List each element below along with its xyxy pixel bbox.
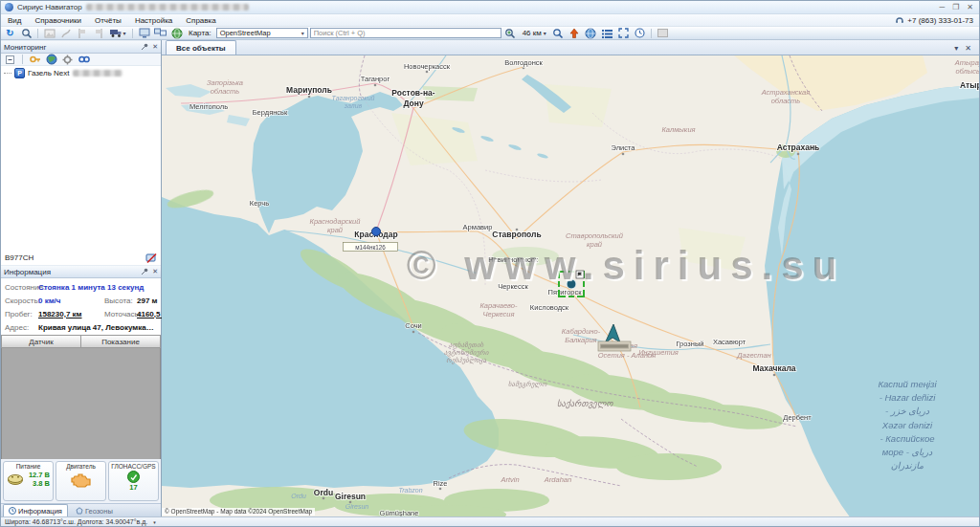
follow-vehicle-button[interactable] — [78, 54, 90, 65]
redacted-company-name — [86, 4, 249, 11]
home-position-button[interactable] — [568, 27, 582, 39]
map-label: Балкария — [565, 336, 596, 344]
search-go-button[interactable] — [503, 27, 518, 39]
map-label: область — [771, 97, 801, 105]
sensor-column-header[interactable]: Датчик — [1, 335, 81, 348]
chevron-down-icon: ▾ — [153, 519, 156, 525]
magnifier-icon — [21, 28, 33, 39]
map-label: აფხაზეთის — [449, 341, 484, 349]
map-label: - درياى خزر — [885, 406, 930, 417]
connection-status-icon[interactable] — [145, 253, 157, 264]
map-label: Artvin — [500, 475, 519, 484]
selected-vehicle-plate: В977СН — [5, 253, 33, 262]
map-label: Xəzər dənizi — [881, 420, 933, 430]
map-provider-select[interactable]: OpenStreetMap▾ — [216, 28, 308, 38]
monitor-icon — [139, 28, 150, 38]
address-value: Кривая улица 47, Левокумка, Ста... — [38, 323, 155, 332]
maximize-button[interactable]: ❐ — [952, 3, 959, 12]
web-access-button[interactable] — [169, 27, 184, 39]
route-icon — [60, 28, 72, 39]
search-input[interactable] — [310, 28, 501, 38]
map-label: область — [211, 87, 240, 96]
legend-button[interactable] — [600, 27, 614, 39]
vehicle-menu-button[interactable]: ▾ — [107, 27, 128, 39]
sensor-table-header: Датчик Показание — [1, 335, 161, 348]
map-label: Кисловодск — [530, 303, 569, 312]
map-label: Хасавюрт — [713, 338, 746, 346]
clock-icon — [635, 28, 645, 38]
edit-map-button-disabled[interactable] — [42, 27, 56, 39]
refresh-button[interactable]: ↻ — [3, 27, 17, 39]
tab-all-objects[interactable]: Все объекты — [166, 40, 236, 55]
map-label: залив — [344, 102, 363, 109]
map-label: край — [587, 240, 603, 249]
flag-start-button-disabled[interactable] — [75, 27, 89, 39]
menu-directories[interactable]: Справочники — [28, 14, 87, 26]
minimize-button[interactable]: ─ — [939, 3, 945, 12]
history-time-button[interactable] — [633, 27, 647, 39]
menu-settings[interactable]: Настройка — [128, 14, 179, 26]
redacted-plate — [73, 70, 122, 77]
vehicle-name: Газель Next — [28, 69, 70, 77]
map-scale-select[interactable]: 46 км▾ — [520, 29, 549, 37]
flag-icon — [93, 28, 104, 39]
track-tool-button-disabled[interactable] — [58, 27, 73, 39]
window-title: Сириус Навигатор — [17, 3, 82, 11]
map-label: Ordu — [291, 493, 306, 499]
voltage-backup: 3.8 В — [29, 479, 50, 488]
map-canvas[interactable]: ЗапорізькаобластьМелітопольМариупольБерд… — [162, 55, 979, 516]
monitors-icon — [154, 28, 167, 38]
map-select-label: Карта: — [186, 29, 214, 37]
mileage-value[interactable]: 158230,7 км — [38, 310, 104, 318]
show-all-map-button[interactable] — [584, 27, 598, 39]
map-label: რესპუბლიკა — [446, 357, 486, 364]
mileage-label: Пробег: — [1, 310, 38, 318]
globe-icon — [585, 28, 596, 39]
pin-icon[interactable] — [141, 43, 148, 52]
map-label: облысы — [955, 67, 979, 76]
info-panel-title: Информация — [4, 268, 51, 276]
zoom-tool-button[interactable] — [551, 27, 566, 39]
gps-globe-icon — [127, 471, 140, 483]
engine-title: Двигатель — [66, 463, 96, 470]
map-label: Новочеркасск — [404, 62, 451, 71]
globe-track-button[interactable] — [45, 54, 57, 65]
map-label: مازندران — [891, 460, 924, 472]
extra-tool-button-disabled[interactable] — [656, 27, 670, 39]
vehicle-tree-item[interactable]: P Газель Next — [1, 66, 161, 78]
tab-list-chevron-icon[interactable]: ▾ — [954, 44, 958, 53]
menu-help[interactable]: Справка — [179, 14, 222, 26]
gps-satellites-count: 17 — [129, 483, 137, 492]
tab-information[interactable]: Информация — [3, 504, 68, 516]
reading-column-header[interactable]: Показание — [81, 335, 161, 348]
tab-geozones[interactable]: Геозоны — [70, 504, 119, 516]
power-title: Питание — [16, 463, 41, 470]
collapse-all-button[interactable] — [4, 54, 16, 65]
settings-gear-button[interactable] — [61, 54, 74, 65]
tab-close-icon[interactable]: ✕ — [965, 44, 971, 53]
close-icon[interactable]: ✕ — [152, 268, 158, 275]
globe-green-icon — [171, 28, 183, 39]
close-icon[interactable]: ✕ — [152, 43, 158, 51]
zoom-to-objects-button[interactable] — [19, 27, 33, 39]
monitoring-panel-header: Мониторинг ✕ — [1, 40, 161, 54]
title-bar: Сириус Навигатор ─ ❐ ✕ — [1, 1, 979, 14]
flag-end-button-disabled[interactable] — [91, 27, 105, 39]
menu-view[interactable]: Вид — [1, 14, 28, 26]
menu-reports[interactable]: Отчёты — [88, 14, 128, 26]
map-label: ავტონომიური — [444, 349, 490, 357]
map-label: Пятигорск — [547, 288, 582, 296]
map-label: - Каспийское — [880, 433, 934, 444]
two-monitors-button[interactable] — [153, 27, 167, 39]
close-button[interactable]: ✕ — [967, 3, 973, 12]
map-label: - Hazar deñizi — [880, 392, 936, 403]
map-label: Атырау — [954, 58, 979, 67]
fit-objects-button[interactable] — [616, 27, 631, 39]
map-area: Все объекты ▾ ✕ — [162, 40, 979, 516]
map-label: Атырау — [960, 80, 979, 90]
tree-branch — [4, 73, 11, 74]
key-access-button[interactable] — [29, 54, 41, 65]
vehicle-parked-icon: P — [14, 68, 25, 78]
pin-icon[interactable] — [141, 268, 148, 276]
split-screen-button[interactable] — [137, 27, 151, 39]
